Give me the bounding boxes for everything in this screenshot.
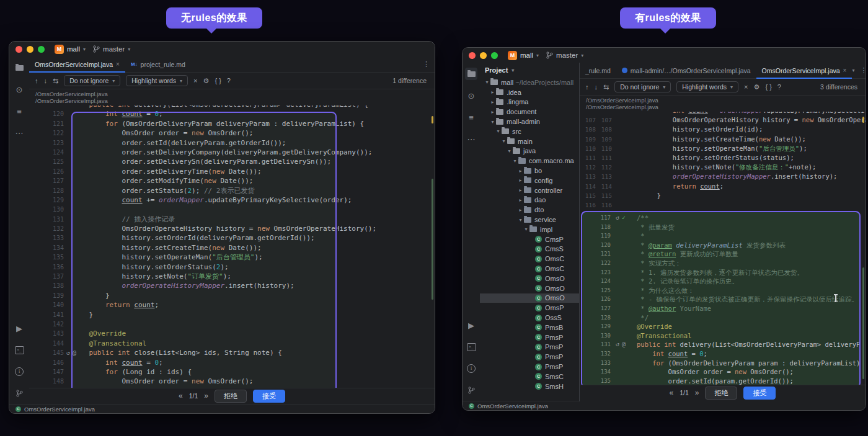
accept-change-icon[interactable]: ✓ xyxy=(622,213,626,223)
problems-icon[interactable]: i xyxy=(13,365,25,378)
class-icon: C xyxy=(16,406,21,412)
close-diff-icon[interactable]: × xyxy=(744,83,748,91)
chevron-down-icon[interactable]: ▾ xyxy=(484,79,490,85)
close-tab-icon[interactable]: × xyxy=(843,67,847,74)
help-icon[interactable]: ? xyxy=(227,77,231,84)
previous-diff-button[interactable]: « xyxy=(179,392,183,400)
structure-icon[interactable]: ≡ xyxy=(13,105,25,117)
git-branch-icon xyxy=(546,51,553,59)
tab-diff-path[interactable]: mall-admin/…/OmsOrderServiceImpl.java xyxy=(616,63,756,78)
git-branch-icon xyxy=(93,45,100,53)
accept-button[interactable]: 接受 xyxy=(253,390,285,403)
reject-button[interactable]: 拒绝 xyxy=(705,387,737,400)
code-line: 123 order.setId(deliveryParam.getOrderId… xyxy=(29,138,435,148)
next-diff-button[interactable]: » xyxy=(695,388,699,397)
tab-rule-md[interactable]: _rule.md xyxy=(580,63,616,78)
chevron-right-icon[interactable]: ▸ xyxy=(517,207,524,213)
structure-icon[interactable]: ≡ xyxy=(465,111,477,123)
code-line: 134 OmsOrder order = new OmsOrder(); xyxy=(582,367,859,377)
code-line: 111111 history.setOrderStatus(status); xyxy=(580,153,866,163)
previous-diff-button[interactable]: « xyxy=(670,388,674,397)
class-icon: C xyxy=(535,275,542,282)
chevron-down-icon[interactable]: ▾ xyxy=(852,68,854,73)
maximize-window-icon[interactable] xyxy=(38,46,45,53)
code-line: 142 xyxy=(29,320,435,329)
minimize-window-icon[interactable] xyxy=(27,46,33,53)
highlight-mode-dropdown[interactable]: Highlight words ▾ xyxy=(676,81,738,92)
close-window-icon[interactable] xyxy=(469,52,476,59)
window-controls[interactable] xyxy=(469,52,498,59)
kebab-menu-icon[interactable]: ⋮ xyxy=(860,66,866,74)
gear-icon[interactable]: ⚙ xyxy=(203,77,210,85)
gear-icon[interactable]: ⚙ xyxy=(754,83,760,91)
ignore-policy-dropdown[interactable]: Do not ignore ▾ xyxy=(614,81,671,92)
scrollbar-change-marker xyxy=(432,179,433,300)
code-line: 129 count += orderMapper.updateByPrimary… xyxy=(29,195,435,205)
branch-selector[interactable]: master ▾ xyxy=(93,45,130,53)
more-tools-icon[interactable]: ⋯ xyxy=(13,127,25,139)
run-icon[interactable]: ▶ xyxy=(13,322,25,334)
close-window-icon[interactable] xyxy=(16,46,22,53)
chevron-right-icon[interactable]: ▸ xyxy=(489,99,496,105)
tab-omsorderserviceimpl[interactable]: OmsOrderServiceImpl.java × xyxy=(756,63,852,78)
ignore-policy-dropdown[interactable]: Do not ignore ▾ xyxy=(64,75,120,86)
braces-icon[interactable]: { } xyxy=(215,77,221,84)
code-editor[interactable]: public int delivery(List<OmsOrderDeliver… xyxy=(29,105,435,388)
undo-change-icon[interactable]: ↺ xyxy=(616,213,619,223)
close-tab-icon[interactable]: × xyxy=(116,61,120,68)
undo-change-icon[interactable]: ↺ xyxy=(616,340,619,349)
terminal-icon[interactable]: >_ xyxy=(13,344,25,356)
maximize-window-icon[interactable] xyxy=(491,52,498,59)
commit-icon[interactable]: ⊙ xyxy=(465,89,477,102)
tab-omsorderserviceimpl[interactable]: OmsOrderServiceImpl.java × xyxy=(29,56,125,72)
project-tool-icon[interactable] xyxy=(13,61,25,74)
chevron-down-icon[interactable]: ▾ xyxy=(489,119,496,125)
more-tools-icon[interactable]: ⋯ xyxy=(465,133,477,145)
accept-button[interactable]: 接受 xyxy=(743,387,776,400)
project-selector[interactable]: M mall ▾ xyxy=(508,51,539,60)
class-icon: C xyxy=(535,334,542,341)
highlight-mode-dropdown[interactable]: Highlight words ▾ xyxy=(126,75,188,86)
chevron-down-icon[interactable]: ▾ xyxy=(506,148,513,154)
previous-change-icon[interactable]: ↑ xyxy=(585,83,589,91)
chevron-right-icon[interactable]: ▸ xyxy=(517,177,524,183)
chevron-down-icon[interactable]: ▾ xyxy=(512,158,518,164)
commit-icon[interactable]: ⊙ xyxy=(13,83,25,96)
problems-icon[interactable]: i xyxy=(465,362,477,375)
chevron-right-icon[interactable]: ▸ xyxy=(489,109,496,115)
reject-button[interactable]: 拒绝 xyxy=(215,390,247,403)
project-selector[interactable]: M mall ▾ xyxy=(55,45,86,54)
kebab-menu-icon[interactable]: ⋮ xyxy=(423,60,430,68)
chevron-right-icon[interactable]: ▸ xyxy=(517,168,524,174)
chevron-right-icon[interactable]: ▸ xyxy=(489,89,496,95)
difference-count: 3 differences xyxy=(820,83,860,91)
comment-icon[interactable]: @ xyxy=(73,348,76,357)
close-diff-icon[interactable]: × xyxy=(193,77,197,84)
jump-to-source-icon[interactable]: ⇆ xyxy=(53,77,58,85)
version-control-icon[interactable] xyxy=(465,384,477,396)
help-icon[interactable]: ? xyxy=(777,83,781,91)
tab-project-rule[interactable]: M↓ project_rule.md xyxy=(125,56,191,72)
chevron-down-icon[interactable]: ▾ xyxy=(523,226,529,232)
window-controls[interactable] xyxy=(16,46,45,53)
next-change-icon[interactable]: ↓ xyxy=(595,83,598,91)
chevron-down-icon[interactable]: ▾ xyxy=(495,128,502,134)
chevron-right-icon[interactable]: ▸ xyxy=(517,197,524,203)
branch-selector[interactable]: master ▾ xyxy=(546,51,583,59)
undo-change-icon[interactable]: ↺ xyxy=(66,348,70,357)
terminal-icon[interactable]: >_ xyxy=(465,341,477,353)
next-change-icon[interactable]: ↓ xyxy=(44,77,48,84)
version-control-icon[interactable] xyxy=(13,387,25,400)
comment-icon[interactable]: @ xyxy=(622,340,626,349)
run-icon[interactable]: ▶ xyxy=(465,319,477,331)
project-tool-icon[interactable] xyxy=(465,68,477,80)
chevron-down-icon[interactable]: ▾ xyxy=(517,217,524,223)
chevron-down-icon[interactable]: ▾ xyxy=(500,138,507,144)
minimize-window-icon[interactable] xyxy=(480,52,487,59)
next-diff-button[interactable]: » xyxy=(204,392,208,400)
previous-change-icon[interactable]: ↑ xyxy=(35,77,38,84)
chevron-right-icon[interactable]: ▸ xyxy=(517,187,524,193)
jump-to-source-icon[interactable]: ⇆ xyxy=(603,83,609,91)
braces-icon[interactable]: { } xyxy=(765,83,771,91)
code-editor[interactable]: int count = orderMapper.updateByPrimaryK… xyxy=(580,112,866,385)
